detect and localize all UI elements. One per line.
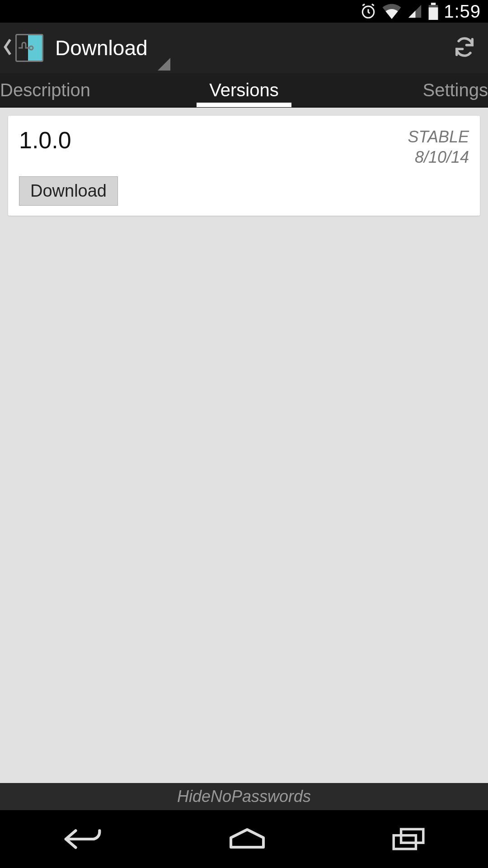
action-bar: Download	[0, 23, 488, 73]
status-bar: 1:59	[0, 0, 488, 23]
module-name-footer: HideNoPasswords	[0, 783, 488, 810]
battery-icon	[428, 3, 438, 20]
download-button[interactable]: Download	[19, 176, 118, 206]
tab-description[interactable]: Description	[0, 73, 140, 107]
back-icon[interactable]	[3, 37, 13, 59]
version-channel: STABLE	[408, 127, 469, 147]
svg-rect-1	[431, 3, 436, 5]
refresh-icon[interactable]	[449, 32, 480, 64]
spinner-dropdown-icon[interactable]	[158, 58, 170, 71]
tab-label: Versions	[209, 80, 278, 100]
nav-recent-icon[interactable]	[390, 826, 427, 852]
nav-home-icon[interactable]	[227, 826, 267, 852]
svg-point-4	[29, 46, 33, 50]
svg-rect-3	[429, 7, 438, 20]
tab-label: Settings	[422, 80, 488, 100]
wifi-icon	[382, 4, 401, 19]
nav-back-icon[interactable]	[61, 826, 104, 852]
tab-settings[interactable]: Settings	[348, 73, 488, 107]
tab-label: Description	[0, 80, 90, 100]
app-logo-icon[interactable]	[15, 34, 43, 62]
version-card: 1.0.0 STABLE 8/10/14 Download	[8, 116, 480, 216]
page-title: Download	[55, 36, 148, 60]
signal-icon	[407, 4, 423, 19]
nav-bar	[0, 810, 488, 868]
content-area: 1.0.0 STABLE 8/10/14 Download	[0, 108, 488, 783]
version-number: 1.0.0	[19, 127, 71, 154]
version-date: 8/10/14	[408, 147, 469, 167]
alarm-icon	[360, 3, 377, 20]
tab-versions[interactable]: Versions	[140, 73, 348, 107]
module-name-text: HideNoPasswords	[177, 787, 311, 806]
version-meta: STABLE 8/10/14	[408, 127, 469, 167]
tab-bar: Description Versions Settings	[0, 73, 488, 108]
status-clock: 1:59	[444, 1, 481, 22]
